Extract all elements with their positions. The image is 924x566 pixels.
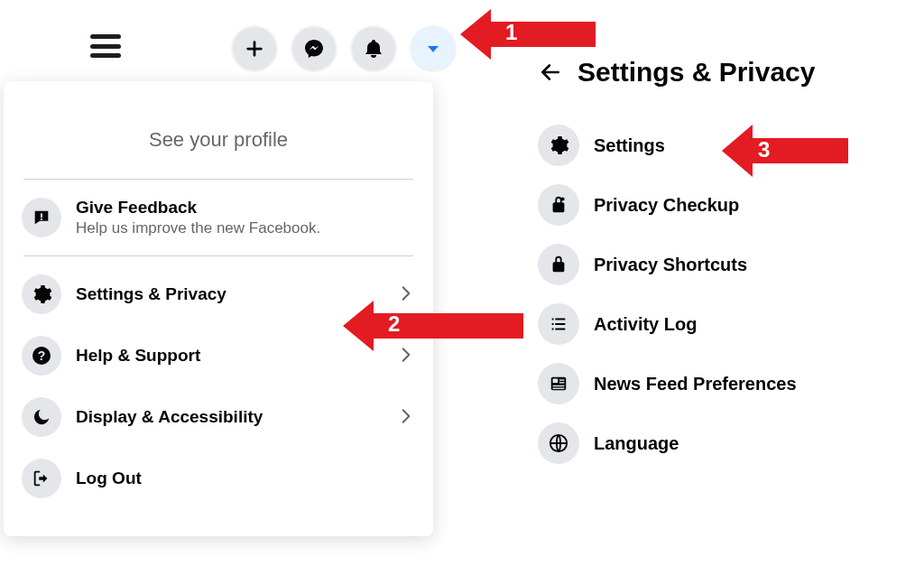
- svg-rect-7: [559, 379, 565, 380]
- divider: [23, 179, 413, 180]
- svg-rect-0: [41, 213, 42, 218]
- news-feed-item[interactable]: News Feed Preferences: [532, 354, 911, 413]
- settings-privacy-panel: Settings & Privacy Settings Privacy Chec…: [532, 54, 911, 473]
- log-out-item[interactable]: Log Out: [13, 448, 424, 509]
- globe-icon: [538, 422, 579, 464]
- svg-text:?: ?: [38, 348, 46, 363]
- annotation-number: 3: [758, 137, 770, 162]
- language-label: Language: [594, 433, 906, 454]
- display-accessibility-label: Display & Accessibility: [76, 407, 397, 427]
- log-out-label: Log Out: [76, 469, 415, 488]
- give-feedback-sub: Help us improve the new Facebook.: [76, 219, 415, 237]
- activity-log-label: Activity Log: [594, 314, 906, 335]
- messenger-icon: [303, 38, 325, 60]
- activity-log-item[interactable]: Activity Log: [532, 294, 911, 354]
- panel-title: Settings & Privacy: [578, 57, 815, 88]
- gear-icon: [538, 125, 579, 166]
- privacy-checkup-label: Privacy Checkup: [594, 195, 906, 216]
- help-icon: ?: [22, 336, 61, 376]
- back-button[interactable]: [532, 54, 568, 90]
- list-icon: [538, 303, 579, 345]
- give-feedback-label: Give Feedback: [76, 198, 415, 218]
- moon-icon: [22, 397, 61, 437]
- divider: [23, 255, 413, 256]
- feedback-icon: [22, 198, 61, 237]
- news-feed-label: News Feed Preferences: [594, 374, 906, 394]
- panel-header: Settings & Privacy: [532, 54, 911, 90]
- annotation-number: 2: [388, 311, 400, 337]
- news-icon: [538, 363, 579, 404]
- plus-icon: [245, 39, 264, 59]
- give-feedback-item[interactable]: Give Feedback Help us improve the new Fa…: [13, 187, 424, 248]
- gear-icon: [22, 274, 61, 314]
- chevron-right-icon: [397, 404, 415, 431]
- account-menu-button[interactable]: [411, 27, 455, 70]
- hamburger-menu[interactable]: [90, 34, 121, 58]
- annotation-arrow-2: 2: [343, 301, 523, 351]
- create-button[interactable]: [233, 27, 276, 70]
- language-item[interactable]: Language: [532, 413, 911, 473]
- privacy-checkup-item[interactable]: Privacy Checkup: [532, 175, 911, 235]
- caret-down-icon: [425, 41, 441, 57]
- logout-icon: [22, 459, 61, 498]
- privacy-shortcuts-label: Privacy Shortcuts: [594, 255, 906, 275]
- svg-rect-10: [553, 388, 565, 389]
- see-profile-link[interactable]: See your profile: [13, 92, 424, 172]
- annotation-number: 1: [505, 20, 517, 45]
- hamburger-icon: [90, 34, 121, 39]
- svg-rect-6: [553, 379, 559, 384]
- display-accessibility-item[interactable]: Display & Accessibility: [13, 386, 424, 448]
- messenger-button[interactable]: [292, 27, 336, 70]
- privacy-shortcuts-item[interactable]: Privacy Shortcuts: [532, 235, 911, 294]
- arrow-left-icon: [539, 60, 562, 84]
- svg-rect-9: [553, 385, 565, 386]
- notifications-button[interactable]: [352, 27, 395, 70]
- lock-heart-icon: [538, 184, 579, 226]
- bell-icon: [363, 38, 384, 60]
- top-bar: [0, 11, 469, 65]
- annotation-arrow-1: 1: [460, 9, 596, 60]
- svg-rect-8: [559, 382, 565, 383]
- annotation-arrow-3: 3: [722, 125, 848, 177]
- svg-rect-1: [41, 218, 42, 220]
- lock-icon: [538, 244, 579, 285]
- svg-point-4: [561, 198, 565, 201]
